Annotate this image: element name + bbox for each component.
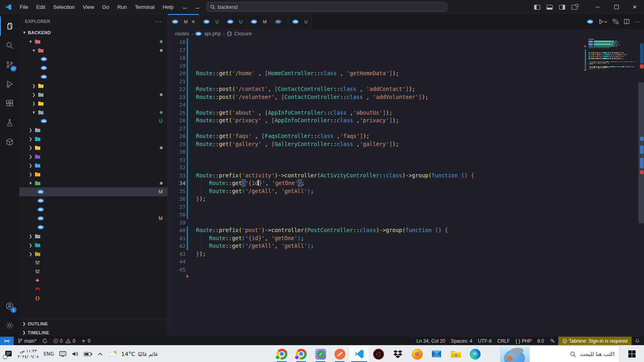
tree-item-public[interactable]: ❯ xyxy=(19,161,167,170)
tree-item-resources[interactable]: ❯ xyxy=(19,170,167,179)
tree-item-models[interactable]: ▼ xyxy=(19,46,167,55)
open-changes-icon[interactable] xyxy=(613,19,619,24)
code-line-36[interactable]: 36}); xyxy=(168,195,644,203)
license-key-icon[interactable] xyxy=(547,338,557,343)
close-tab-icon[interactable]: × xyxy=(192,19,195,25)
activity-source-control-icon[interactable]: 27 xyxy=(0,55,19,74)
tree-item-dashboard-php[interactable]: phpM xyxy=(19,214,167,223)
taskbar-app-file-explorer[interactable] xyxy=(446,346,465,362)
tree-item-storage[interactable]: ❯ xyxy=(19,232,167,241)
code-line-24[interactable]: 24 xyxy=(168,101,644,109)
taskbar-app-postman[interactable] xyxy=(330,346,349,362)
tree-item-config[interactable]: ❯ xyxy=(19,134,167,143)
menu-terminal[interactable]: Terminal xyxy=(131,3,158,11)
input-language-indicator[interactable]: ENG xyxy=(43,351,54,357)
taskbar-app-chrome-profile-1[interactable] xyxy=(272,346,291,362)
code-line-28[interactable]: 28Route::get('faqs' , [FaqsController::c… xyxy=(168,132,644,140)
tree-item--env-example[interactable] xyxy=(19,267,167,276)
tree-item-volunteering-php[interactable]: php xyxy=(19,72,167,81)
language-mode[interactable]: { } PHP xyxy=(513,338,534,344)
code-line-25[interactable]: 25Route::get('about' , [AppInfoControlle… xyxy=(168,109,644,117)
indentation[interactable]: Spaces: 4 xyxy=(448,338,475,344)
tab-gallerycontroller-php[interactable]: phpU xyxy=(223,14,247,29)
tree-item-composer-json[interactable]: {} xyxy=(19,294,167,302)
menu-view[interactable]: View xyxy=(79,3,98,11)
tree-item--gitignore[interactable] xyxy=(19,276,167,285)
breadcrumb-folder[interactable]: routes xyxy=(175,31,189,37)
tab-api-php[interactable]: phpM× xyxy=(168,14,199,29)
menu-go[interactable]: Go xyxy=(99,3,113,11)
code-line-45[interactable]: 45 xyxy=(168,266,644,274)
tree-item-hastranslation-php[interactable]: phpU xyxy=(19,117,167,125)
taskbar-app-todo-app[interactable]: ✓ xyxy=(311,346,330,362)
code-line-30[interactable]: 30 xyxy=(168,148,644,156)
code-line-22[interactable]: 22Route::post('/contact', [ContactContro… xyxy=(168,85,644,93)
tree-item-socialmedia-php[interactable]: php xyxy=(19,55,167,64)
ports-item[interactable]: 0 xyxy=(78,338,93,344)
tree-item-vendor[interactable]: ❯ xyxy=(19,249,167,258)
notifications-bell-icon[interactable] xyxy=(632,338,642,343)
activity-run-and-debug-icon[interactable] xyxy=(0,74,19,94)
tree-item-bootstrap[interactable]: ❯ xyxy=(19,125,167,134)
volume-icon[interactable] xyxy=(72,351,79,357)
tree-item-providers[interactable]: ❯ xyxy=(19,81,167,90)
activity-accounts-icon[interactable]: 1 xyxy=(0,296,19,316)
tree-item-routes[interactable]: ▼ xyxy=(19,179,167,187)
activity-settings-gear-icon[interactable] xyxy=(0,316,19,335)
close-button[interactable]: ✕ xyxy=(625,0,644,14)
php-version[interactable]: 8.0 xyxy=(535,338,547,344)
menu-help[interactable]: Help xyxy=(159,3,177,11)
tab-faqscontroller-php[interactable]: phpU xyxy=(199,14,223,29)
clock[interactable]: ١١:٢٣ ص ٢٠٢٤/٠٦/٠٨ xyxy=(18,348,39,359)
remote-indicator[interactable]: >< xyxy=(0,337,14,345)
toggle-secondary-sidebar-icon[interactable] xyxy=(559,5,565,10)
code-line-16[interactable]: 16 xyxy=(168,38,644,46)
tree-item-app[interactable]: ▼ xyxy=(19,37,167,46)
start-button[interactable] xyxy=(622,346,642,362)
tab-hastranslation-php[interactable]: phpU xyxy=(288,14,312,29)
code-line-20[interactable]: 20Route::get('/home' , [HomeController::… xyxy=(168,70,644,78)
tree-item-database[interactable]: ❯ xyxy=(19,143,167,152)
code-line-29[interactable]: 29Route::get('gallery' , [GalleryControl… xyxy=(168,140,644,148)
code-line-17[interactable]: 17 xyxy=(168,46,644,54)
code-line-21[interactable]: 21 xyxy=(168,78,644,86)
tab-gallery-php[interactable]: phpM xyxy=(247,14,271,29)
eol-sequence[interactable]: CRLF xyxy=(495,338,512,344)
tree-item-artisan[interactable] xyxy=(19,285,167,294)
code-line-27[interactable]: 27 xyxy=(168,125,644,133)
code-line-44[interactable]: 44 xyxy=(168,258,644,266)
tree-item-tests[interactable]: ❯ xyxy=(19,241,167,249)
command-center-search[interactable]: backend xyxy=(206,2,447,12)
cursor-position[interactable]: Ln 34, Col 20 xyxy=(414,338,448,344)
code-editor[interactable]: 1617181920Route::get('/home' , [HomeCont… xyxy=(168,38,644,337)
tree-item--env[interactable] xyxy=(19,258,167,267)
taskbar-app-dropbox[interactable] xyxy=(388,346,407,362)
section-timeline[interactable]: ❯TIMELINE xyxy=(19,328,167,337)
tree-item-user-php[interactable]: php xyxy=(19,64,167,72)
toggle-panel-icon[interactable] xyxy=(547,5,553,10)
activity-extensions-icon[interactable] xyxy=(0,94,19,113)
minimize-button[interactable] xyxy=(588,0,607,14)
tab-basemodel-php[interactable]: php xyxy=(271,14,288,29)
taskbar-app-vscode[interactable] xyxy=(349,346,369,362)
problems-item[interactable]: 0 0 xyxy=(51,338,78,344)
action-center-icon[interactable] xyxy=(4,350,13,358)
weather-widget[interactable]: 14°C غائم غالبًا xyxy=(108,350,158,358)
code-line-31[interactable]: 31 xyxy=(168,156,644,164)
taskbar-search[interactable]: اكتب هنا للبحث xyxy=(500,346,620,362)
activity-project-box-icon[interactable] xyxy=(0,132,19,152)
code-line-35[interactable]: 35 Route::get('/getAll', 'getAll'); xyxy=(168,187,644,195)
nav-back-icon[interactable]: ← xyxy=(182,4,188,11)
taskbar-app-firefox[interactable] xyxy=(407,346,427,362)
code-line-32[interactable]: 32 xyxy=(168,164,644,172)
tree-item-api-php[interactable]: phpM xyxy=(19,187,167,196)
activity-explorer-icon[interactable] xyxy=(0,16,19,36)
code-line-26[interactable]: 26Route::get('privacy' , [AppInfoControl… xyxy=(168,117,644,125)
code-line-19[interactable]: 19 xyxy=(168,62,644,70)
code-line-43[interactable]: 43}); xyxy=(168,250,644,258)
nav-forward-icon[interactable]: → xyxy=(194,4,200,11)
split-editor-icon[interactable] xyxy=(624,19,630,24)
menu-file[interactable]: File xyxy=(16,3,32,11)
code-line-23[interactable]: 23Route::post('/volunteer', [ContactCont… xyxy=(168,93,644,101)
code-line-18[interactable]: 18 xyxy=(168,54,644,62)
